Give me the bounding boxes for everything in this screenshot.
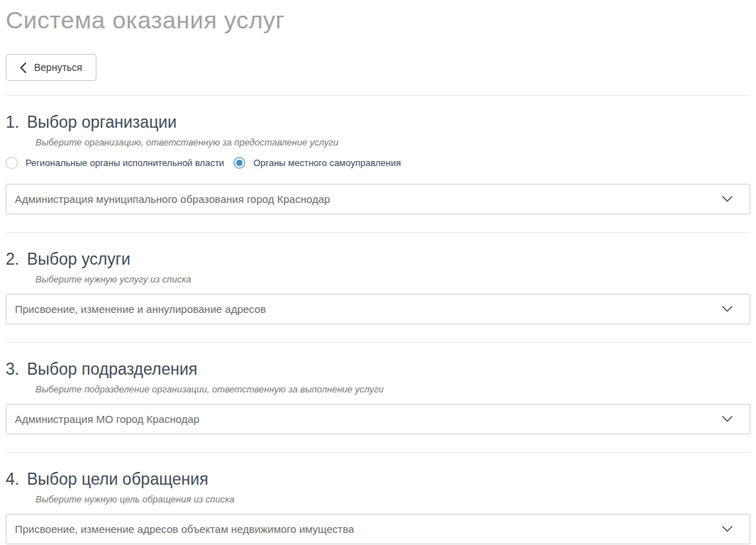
back-button[interactable]: Вернуться [6,54,96,81]
section-title: Выбор цели обращения [27,470,209,488]
section-subtitle: Выберите нужную услугу из списка [35,274,750,285]
section-title: Выбор услуги [27,250,130,268]
radio-regional-authorities[interactable]: Региональные органы исполнительной власт… [6,157,224,169]
section-service: 2. Выбор услуги Выберите нужную услугу и… [6,233,750,324]
chevron-down-icon [722,306,733,312]
purpose-select[interactable]: Присвоение, изменение адресов объектам н… [6,514,750,544]
radio-unchecked-icon[interactable] [6,157,18,169]
section-number: 3. [6,360,27,379]
section-title: Выбор подразделения [27,360,197,378]
select-value: Администрация муниципального образования… [15,193,330,205]
select-value: Администрация МО город Краснодар [15,413,199,425]
section-title: Выбор организации [27,113,177,131]
section-purpose: 4. Выбор цели обращения Выберите нужную … [6,453,750,544]
radio-local-government[interactable]: Органы местного самоуправления [233,157,401,169]
section-number: 4. [6,470,27,489]
service-system-page: Система оказания услуг Вернуться 1. Выбо… [0,0,756,544]
section-division: 3. Выбор подразделения Выберите подразде… [6,343,750,434]
chevron-down-icon [722,416,733,422]
section-subtitle: Выберите нужную цель обращения из списка [35,494,750,505]
radio-label: Региональные органы исполнительной власт… [26,158,224,168]
section-number: 2. [6,250,27,269]
chevron-down-icon [722,526,733,532]
section-organization: 1. Выбор организации Выберите организаци… [6,96,750,214]
section-number: 1. [6,113,27,132]
back-button-label: Вернуться [34,62,82,73]
select-value: Присвоение, изменение адресов объектам н… [15,523,354,535]
section-subtitle: Выберите организацию, ответственную за п… [35,137,750,148]
radio-label: Органы местного самоуправления [253,158,401,168]
division-select[interactable]: Администрация МО город Краснодар [6,404,750,434]
section-header: 4. Выбор цели обращения [6,470,750,489]
organization-select[interactable]: Администрация муниципального образования… [6,184,750,214]
section-header: 3. Выбор подразделения [6,360,750,379]
section-subtitle: Выберите подразделение организации, отве… [35,384,750,395]
section-header: 2. Выбор услуги [6,250,750,269]
organization-type-radio-group: Региональные органы исполнительной власт… [6,157,750,169]
section-header: 1. Выбор организации [6,113,750,132]
radio-checked-icon[interactable] [233,157,245,169]
select-value: Присвоение, изменение и аннулирование ад… [15,303,266,315]
chevron-left-icon [20,62,26,73]
chevron-down-icon [722,196,733,202]
service-select[interactable]: Присвоение, изменение и аннулирование ад… [6,294,750,324]
page-title: Система оказания услуг [6,4,750,35]
